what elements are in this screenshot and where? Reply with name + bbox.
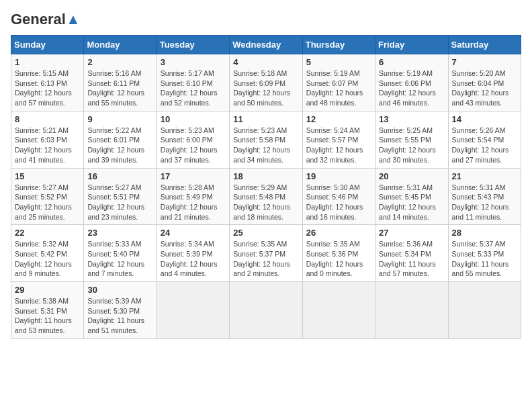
calendar-cell: 24Sunrise: 5:34 AM Sunset: 5:39 PM Dayli… [157,225,229,282]
day-number: 19 [306,171,371,181]
day-info: Sunrise: 5:33 AM Sunset: 5:40 PM Dayligh… [87,239,152,279]
day-number: 16 [87,171,152,181]
day-number: 25 [233,228,298,238]
calendar-cell: 23Sunrise: 5:33 AM Sunset: 5:40 PM Dayli… [84,225,157,282]
calendar-cell: 26Sunrise: 5:35 AM Sunset: 5:36 PM Dayli… [302,225,375,282]
day-info: Sunrise: 5:23 AM Sunset: 5:58 PM Dayligh… [233,126,298,165]
day-info: Sunrise: 5:20 AM Sunset: 6:04 PM Dayligh… [452,68,517,108]
day-info: Sunrise: 5:15 AM Sunset: 6:13 PM Dayligh… [15,68,80,108]
day-number: 26 [306,228,371,238]
header-friday: Friday [375,36,448,54]
calendar-cell: 25Sunrise: 5:35 AM Sunset: 5:37 PM Dayli… [230,225,302,282]
page-header: General▲ [11,11,521,28]
logo: General▲ [11,11,81,28]
calendar-week-row: 1Sunrise: 5:15 AM Sunset: 6:13 PM Daylig… [11,54,521,111]
day-info: Sunrise: 5:21 AM Sunset: 6:03 PM Dayligh… [15,126,80,165]
calendar-cell: 8Sunrise: 5:21 AM Sunset: 6:03 PM Daylig… [11,111,84,168]
day-info: Sunrise: 5:29 AM Sunset: 5:48 PM Dayligh… [233,183,298,222]
calendar-cell [375,282,448,339]
day-info: Sunrise: 5:28 AM Sunset: 5:49 PM Dayligh… [161,183,226,222]
day-number: 5 [306,57,371,67]
calendar-week-row: 29Sunrise: 5:38 AM Sunset: 5:31 PM Dayli… [11,282,521,339]
day-number: 24 [161,228,226,238]
day-info: Sunrise: 5:31 AM Sunset: 5:43 PM Dayligh… [452,183,517,222]
day-info: Sunrise: 5:37 AM Sunset: 5:33 PM Dayligh… [452,239,517,279]
day-info: Sunrise: 5:24 AM Sunset: 5:57 PM Dayligh… [306,126,371,165]
calendar-cell: 18Sunrise: 5:29 AM Sunset: 5:48 PM Dayli… [230,168,302,225]
calendar-cell: 2Sunrise: 5:16 AM Sunset: 6:11 PM Daylig… [84,54,157,111]
day-info: Sunrise: 5:31 AM Sunset: 5:45 PM Dayligh… [379,183,444,222]
day-info: Sunrise: 5:22 AM Sunset: 6:01 PM Dayligh… [87,126,152,165]
calendar-cell: 11Sunrise: 5:23 AM Sunset: 5:58 PM Dayli… [230,111,302,168]
day-number: 23 [87,228,152,238]
day-number: 18 [233,171,298,181]
header-sunday: Sunday [11,36,84,54]
weekday-header-row: Sunday Monday Tuesday Wednesday Thursday… [11,36,521,54]
day-number: 22 [15,228,80,238]
day-info: Sunrise: 5:34 AM Sunset: 5:39 PM Dayligh… [161,239,226,279]
day-number: 27 [379,228,444,238]
day-number: 6 [379,57,444,67]
calendar-cell: 7Sunrise: 5:20 AM Sunset: 6:04 PM Daylig… [448,54,521,111]
calendar-cell [302,282,375,339]
day-number: 7 [452,57,517,67]
calendar-cell: 6Sunrise: 5:19 AM Sunset: 6:06 PM Daylig… [375,54,448,111]
day-info: Sunrise: 5:26 AM Sunset: 5:54 PM Dayligh… [452,126,517,165]
header-thursday: Thursday [302,36,375,54]
day-number: 11 [233,114,298,124]
calendar-cell: 1Sunrise: 5:15 AM Sunset: 6:13 PM Daylig… [11,54,84,111]
day-info: Sunrise: 5:18 AM Sunset: 6:09 PM Dayligh… [233,68,298,108]
calendar-cell [448,282,521,339]
logo-text: General▲ [11,11,81,28]
calendar-cell: 22Sunrise: 5:32 AM Sunset: 5:42 PM Dayli… [11,225,84,282]
day-number: 12 [306,114,371,124]
day-number: 2 [87,57,152,67]
day-number: 28 [452,228,517,238]
day-info: Sunrise: 5:27 AM Sunset: 5:52 PM Dayligh… [15,183,80,222]
calendar-week-row: 8Sunrise: 5:21 AM Sunset: 6:03 PM Daylig… [11,111,521,168]
calendar-cell: 21Sunrise: 5:31 AM Sunset: 5:43 PM Dayli… [448,168,521,225]
calendar-cell: 29Sunrise: 5:38 AM Sunset: 5:31 PM Dayli… [11,282,84,339]
day-info: Sunrise: 5:19 AM Sunset: 6:06 PM Dayligh… [379,68,444,108]
day-number: 13 [379,114,444,124]
day-number: 3 [161,57,226,67]
calendar-cell: 3Sunrise: 5:17 AM Sunset: 6:10 PM Daylig… [157,54,229,111]
calendar-cell: 10Sunrise: 5:23 AM Sunset: 6:00 PM Dayli… [157,111,229,168]
calendar-cell: 9Sunrise: 5:22 AM Sunset: 6:01 PM Daylig… [84,111,157,168]
day-number: 14 [452,114,517,124]
day-number: 29 [15,285,80,295]
day-info: Sunrise: 5:38 AM Sunset: 5:31 PM Dayligh… [15,296,80,336]
day-info: Sunrise: 5:30 AM Sunset: 5:46 PM Dayligh… [306,183,371,222]
calendar-cell: 14Sunrise: 5:26 AM Sunset: 5:54 PM Dayli… [448,111,521,168]
calendar-table: Sunday Monday Tuesday Wednesday Thursday… [11,35,521,339]
calendar-week-row: 22Sunrise: 5:32 AM Sunset: 5:42 PM Dayli… [11,225,521,282]
day-info: Sunrise: 5:35 AM Sunset: 5:37 PM Dayligh… [233,239,298,279]
day-number: 21 [452,171,517,181]
calendar-cell: 4Sunrise: 5:18 AM Sunset: 6:09 PM Daylig… [230,54,302,111]
day-number: 17 [161,171,226,181]
calendar-body: 1Sunrise: 5:15 AM Sunset: 6:13 PM Daylig… [11,54,521,339]
calendar-cell: 17Sunrise: 5:28 AM Sunset: 5:49 PM Dayli… [157,168,229,225]
calendar-cell: 15Sunrise: 5:27 AM Sunset: 5:52 PM Dayli… [11,168,84,225]
day-info: Sunrise: 5:35 AM Sunset: 5:36 PM Dayligh… [306,239,371,279]
day-info: Sunrise: 5:17 AM Sunset: 6:10 PM Dayligh… [161,68,226,108]
calendar-cell: 19Sunrise: 5:30 AM Sunset: 5:46 PM Dayli… [302,168,375,225]
calendar-cell: 5Sunrise: 5:19 AM Sunset: 6:07 PM Daylig… [302,54,375,111]
day-number: 30 [87,285,152,295]
day-number: 4 [233,57,298,67]
day-number: 9 [87,114,152,124]
header-monday: Monday [84,36,157,54]
calendar-cell: 12Sunrise: 5:24 AM Sunset: 5:57 PM Dayli… [302,111,375,168]
day-info: Sunrise: 5:23 AM Sunset: 6:00 PM Dayligh… [161,126,226,165]
calendar-cell [230,282,302,339]
day-info: Sunrise: 5:36 AM Sunset: 5:34 PM Dayligh… [379,239,444,279]
day-number: 8 [15,114,80,124]
day-info: Sunrise: 5:27 AM Sunset: 5:51 PM Dayligh… [87,183,152,222]
header-saturday: Saturday [448,36,521,54]
calendar-cell: 30Sunrise: 5:39 AM Sunset: 5:30 PM Dayli… [84,282,157,339]
day-number: 15 [15,171,80,181]
day-number: 20 [379,171,444,181]
day-number: 1 [15,57,80,67]
day-info: Sunrise: 5:39 AM Sunset: 5:30 PM Dayligh… [87,296,152,336]
calendar-cell: 16Sunrise: 5:27 AM Sunset: 5:51 PM Dayli… [84,168,157,225]
